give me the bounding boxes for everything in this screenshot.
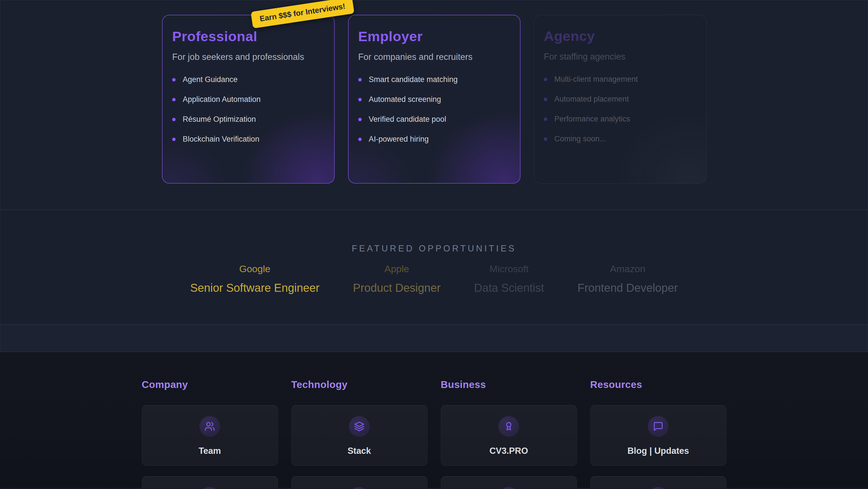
footer-grid: Company Team Technology Stack [142, 379, 726, 489]
bullet-dot-icon [172, 78, 176, 82]
footer-card-cv3pro[interactable]: CV3.PRO [441, 405, 577, 466]
job-company: Microsoft [474, 263, 544, 275]
plan-feature-label: Résumé Optimization [183, 115, 256, 124]
plan-feature-list: Smart candidate matching Automated scree… [358, 75, 510, 144]
plan-card-employer[interactable]: Employer For companies and recruiters Sm… [348, 15, 521, 183]
layers-icon [349, 416, 370, 437]
footer-card-label: Stack [347, 446, 371, 456]
plan-card-agency: Agency For staffing agencies Multi-clien… [534, 15, 707, 183]
plan-feature-label: Multi-client management [554, 75, 638, 84]
plan-cards-row: Professional For job seekers and profess… [162, 15, 707, 183]
chat-bubble-icon [648, 416, 669, 437]
plan-feature-label: Automated placement [554, 95, 629, 104]
plan-feature: AI-powered hiring [358, 135, 510, 144]
footer-column-technology: Technology Stack [291, 379, 428, 489]
plan-subtitle: For staffing agencies [544, 52, 697, 62]
plan-feature-label: Performance analytics [554, 115, 630, 123]
footer-column-resources: Resources Blog | Updates [590, 379, 726, 489]
icon-circle [498, 487, 519, 489]
footer-card-team[interactable]: Team [142, 405, 278, 466]
plan-feature: Résumé Optimization [172, 115, 324, 124]
job-item-microsoft[interactable]: Microsoft Data Scientist [474, 263, 544, 294]
bullet-dot-icon [544, 137, 547, 141]
plan-feature: Agent Guidance [172, 75, 324, 84]
divider-band [0, 325, 868, 352]
users-icon [199, 416, 220, 437]
plan-title: Agency [544, 28, 697, 44]
job-company: Apple [353, 263, 440, 275]
footer-column-business: Business CV3.PRO [441, 379, 577, 489]
bullet-dot-icon [358, 98, 362, 101]
plan-feature-label: Application Automation [183, 95, 261, 104]
job-item-google[interactable]: Google Senior Software Engineer [190, 263, 319, 294]
bullet-dot-icon [358, 138, 362, 141]
footer-card-blog[interactable]: Blog | Updates [590, 405, 726, 466]
plan-subtitle: For companies and recruiters [358, 52, 510, 62]
award-icon [498, 416, 519, 437]
plan-feature-list: Agent Guidance Application Automation Ré… [172, 75, 324, 144]
bullet-dot-icon [172, 138, 176, 141]
icon-circle [199, 487, 220, 489]
footer-card-stack[interactable]: Stack [291, 405, 428, 466]
plan-feature: Performance analytics [544, 115, 697, 123]
footer-card-partial[interactable] [441, 476, 577, 489]
job-role: Senior Software Engineer [190, 282, 319, 294]
plan-feature: Automated placement [544, 95, 697, 104]
footer-column-company: Company Team [142, 379, 278, 489]
plan-feature-label: Agent Guidance [183, 75, 238, 84]
plan-feature-label: Verified candidate pool [369, 115, 446, 124]
job-item-amazon[interactable]: Amazon Frontend Developer [578, 263, 678, 294]
plan-title: Professional [172, 28, 324, 44]
footer-column-heading: Business [441, 379, 577, 390]
footer-column-heading: Technology [291, 379, 428, 390]
plan-subtitle: For job seekers and professionals [172, 52, 324, 62]
plan-feature: Coming soon... [544, 135, 697, 143]
bullet-dot-icon [358, 118, 362, 121]
featured-heading: FEATURED OPPORTUNITIES [0, 210, 868, 254]
plan-feature: Verified candidate pool [358, 115, 510, 124]
plan-feature: Multi-client management [544, 75, 697, 84]
footer-card-partial[interactable] [291, 476, 428, 489]
plan-feature: Smart candidate matching [358, 75, 510, 84]
job-company: Amazon [578, 263, 678, 275]
icon-circle [648, 487, 669, 489]
plan-feature-label: Automated screening [369, 95, 441, 104]
plan-feature-label: Blockchain Verification [183, 135, 259, 144]
plan-feature: Blockchain Verification [172, 135, 324, 144]
footer-column-heading: Resources [590, 379, 726, 390]
plan-feature-label: Smart candidate matching [369, 75, 458, 84]
featured-jobs-row: Google Senior Software Engineer Apple Pr… [0, 263, 868, 294]
footer-column-heading: Company [142, 379, 278, 390]
footer-card-label: Team [198, 446, 221, 456]
bullet-dot-icon [544, 117, 547, 121]
bullet-dot-icon [544, 97, 547, 101]
footer-card-partial[interactable] [142, 476, 278, 489]
job-item-apple[interactable]: Apple Product Designer [353, 263, 440, 294]
plan-card-professional[interactable]: Professional For job seekers and profess… [162, 15, 335, 183]
job-role: Product Designer [353, 282, 440, 294]
bullet-dot-icon [358, 78, 362, 82]
footer-card-partial[interactable] [590, 476, 726, 489]
pricing-section: Earn $$$ for Interviews! Professional Fo… [0, 0, 868, 210]
footer-card-label: Blog | Updates [627, 446, 689, 456]
plan-feature-label: AI-powered hiring [369, 135, 429, 144]
job-company: Google [190, 263, 319, 275]
bullet-dot-icon [544, 78, 547, 81]
job-role: Frontend Developer [578, 282, 678, 294]
bullet-dot-icon [172, 118, 176, 121]
job-role: Data Scientist [474, 282, 544, 294]
icon-circle [349, 487, 370, 489]
featured-opportunities-section: FEATURED OPPORTUNITIES Google Senior Sof… [0, 210, 868, 325]
bullet-dot-icon [172, 98, 176, 101]
footer-card-label: CV3.PRO [489, 446, 528, 456]
plan-title: Employer [358, 28, 510, 44]
footer: Company Team Technology Stack [0, 352, 868, 488]
plan-feature: Automated screening [358, 95, 510, 104]
plan-feature: Application Automation [172, 95, 324, 104]
plan-feature-list: Multi-client management Automated placem… [544, 75, 697, 143]
plan-feature-label: Coming soon... [554, 135, 606, 143]
